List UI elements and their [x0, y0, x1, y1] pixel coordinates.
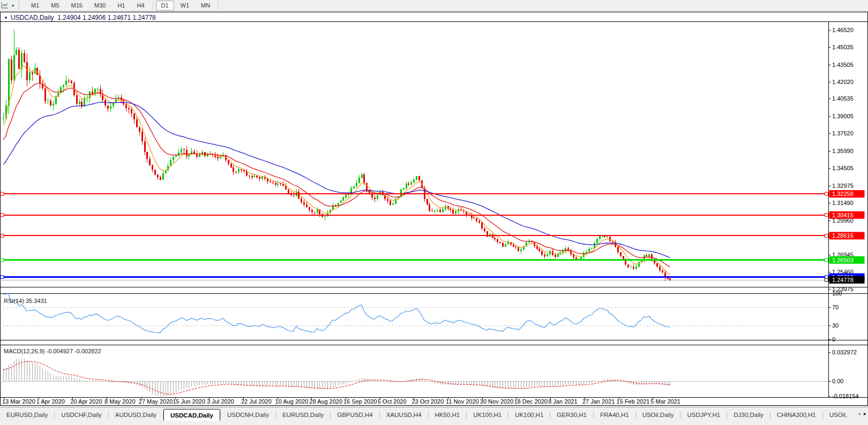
chart-tab-hk50-h1[interactable]: HK50,H1 [429, 409, 467, 420]
chart-tool-icon[interactable] [0, 1, 10, 10]
chart-tab-usoil-daily[interactable]: USOil,Daily [636, 409, 680, 420]
price-badge-handle [825, 234, 828, 237]
date-axis-label: 23 Oct 2020 [411, 398, 444, 405]
date-axis-label: 18 Dec 2020 [514, 398, 548, 405]
price-axis-label: 1.31490 [832, 200, 854, 206]
price-axis-label: 1.40535 [832, 95, 854, 102]
rsi-axis-label: 0 [832, 336, 835, 343]
price-badge-value: 1.30415 [832, 212, 854, 218]
date-axis-label: 16 Sep 2020 [343, 398, 377, 405]
timeframe-button-W1[interactable]: W1 [175, 1, 195, 11]
date-axis-label: 1 Apr 2020 [36, 398, 65, 405]
date-axis-label: 5 Mar 2021 [650, 398, 680, 405]
macd-axis-label: 0.032972 [832, 349, 857, 355]
price-badge-handle [825, 214, 828, 217]
chart-tab-eurusd-daily[interactable]: EURUSD,Daily [0, 409, 54, 420]
price-axis-label: 1.39005 [832, 113, 854, 119]
timeframe-button-M1[interactable]: M1 [26, 1, 44, 11]
price-badge-handle [825, 192, 828, 195]
date-axis-label: 3 Jul 2020 [207, 398, 234, 405]
price-badge-value: 1.32258 [832, 191, 854, 197]
price-axis-label: 1.35990 [832, 148, 854, 154]
timeframe-button-M30[interactable]: M30 [89, 1, 111, 11]
timeframe-button-H1[interactable]: H1 [112, 1, 130, 11]
tab-scroll-right-icon[interactable]: ▸ [864, 411, 866, 417]
price-axis-label: 1.42020 [832, 79, 854, 85]
date-axis-label: 8 Jan 2021 [548, 398, 577, 405]
date-axis-label: 8 May 2020 [104, 398, 135, 405]
toolbar-separator [153, 2, 153, 10]
chart-tab-uk100-h1[interactable]: UK100,H1 [508, 409, 550, 420]
chart-tab-xauusd-h4[interactable]: XAUUSD,H4 [380, 409, 428, 420]
chart-tab-fra40-h1[interactable]: FRA40,H1 [594, 409, 635, 420]
chart-window-border [1, 12, 868, 406]
timeframe-button-MN[interactable]: MN [196, 1, 215, 11]
price-axis-label: 1.37520 [832, 130, 854, 136]
price-badge-value: 1.28616 [832, 232, 854, 239]
hline-handle [1, 214, 4, 217]
date-axis-label: 28 Aug 2020 [309, 398, 342, 405]
date-axis-label: 5 Oct 2020 [378, 398, 407, 405]
chart-tab-uk100-h1[interactable]: UK100,H1 [467, 409, 508, 420]
toolbar-separator [218, 2, 219, 10]
chart-tab-bar: EURUSD,DailyUSDCHF,DailyAUDUSD,DailyUSDC… [0, 407, 868, 425]
date-axis-label: 11 Nov 2020 [446, 398, 479, 405]
chart-tab-usdjpy-h1[interactable]: USDJPY,H1 [680, 409, 727, 420]
date-axis-label: 10 Aug 2020 [275, 398, 309, 405]
rsi-axis-label: 30 [832, 322, 839, 329]
timeframe-button-M5[interactable]: M5 [46, 1, 64, 11]
date-axis-label: 22 Jul 2020 [241, 398, 272, 405]
chart-tab-eurusd-daily[interactable]: EURUSD,Daily [276, 409, 330, 420]
date-axis-label: 27 Jan 2021 [582, 398, 615, 405]
hline-handle [1, 259, 4, 262]
date-axis-label: 15 Feb 2021 [617, 398, 650, 405]
hline-handle [1, 192, 4, 195]
chart-tab-usdchf-daily[interactable]: USDCHF,Daily [55, 409, 108, 420]
tab-scroll-left-icon[interactable]: ◂ [858, 411, 860, 417]
chart-tab-usdcad-daily[interactable]: USDCAD,Daily [163, 409, 220, 421]
macd-axis-label: 0.00 [832, 378, 843, 384]
price-axis-label: 1.43505 [832, 62, 854, 68]
tab-scroll-arrows: ◂ ▸ [858, 411, 866, 417]
price-axis-label: 1.46520 [832, 27, 854, 33]
hline-handle [1, 234, 4, 237]
timeframe-button-D1[interactable]: D1 [156, 1, 174, 11]
chart-tab-gbpusd-h4[interactable]: GBPUSD,H4 [331, 409, 379, 420]
chart-tab-audusd-daily[interactable]: AUDUSD,Daily [109, 409, 163, 420]
chart-tab-ger30-h1[interactable]: GER30,H1 [550, 409, 593, 420]
hline-handle [1, 276, 4, 279]
price-badge-handle [825, 278, 828, 282]
date-axis-label: 13 Mar 2020 [2, 398, 35, 405]
price-badge-handle [825, 259, 828, 262]
price-badge-value: 1.24778 [832, 277, 854, 283]
timeframe-button-H4[interactable]: H4 [131, 1, 149, 11]
date-axis-label: 27 May 2020 [139, 398, 173, 405]
date-axis-label: 30 Nov 2020 [480, 398, 513, 405]
dropdown-caret-icon[interactable]: ▾ [10, 3, 16, 8]
rsi-axis-label: 70 [832, 304, 839, 310]
toolbar-grip[interactable] [18, 2, 22, 9]
macd-axis-label: -0.018154 [832, 393, 859, 399]
chart-tabs: EURUSD,DailyUSDCHF,DailyAUDUSD,DailyUSDC… [0, 409, 854, 421]
timeframe-button-M15[interactable]: M15 [66, 1, 88, 11]
chart-canvas[interactable]: 1.465201.450351.435051.420201.405351.390… [0, 12, 868, 406]
price-axis-label: 1.34505 [832, 165, 854, 171]
chart-tab-usoil-[interactable]: USOil, [823, 409, 854, 420]
date-axis-label: 15 Jun 2020 [173, 398, 206, 405]
timeframe-buttons: M1M5M15M30H1H4D1W1MN [25, 0, 221, 11]
mt4-window: ▾ M1M5M15M30H1H4D1W1MN 1.465201.450351.4… [0, 0, 868, 425]
price-axis-label: 1.45035 [832, 44, 854, 50]
chart-tab-dj30-daily[interactable]: DJ30,Daily [727, 409, 770, 420]
price-badge-value: 1.26503 [832, 257, 854, 263]
price-axis-label: 1.32975 [832, 183, 854, 189]
rsi-axis-label: 100 [832, 290, 842, 297]
chart-tab-china300-h1[interactable]: CHINA300,H1 [770, 409, 822, 420]
chart-tab-usdcnh-daily[interactable]: USDCNH,Daily [221, 409, 275, 420]
top-toolbar: ▾ M1M5M15M30H1H4D1W1MN [0, 0, 868, 11]
date-axis-label: 20 Apr 2020 [70, 398, 102, 405]
